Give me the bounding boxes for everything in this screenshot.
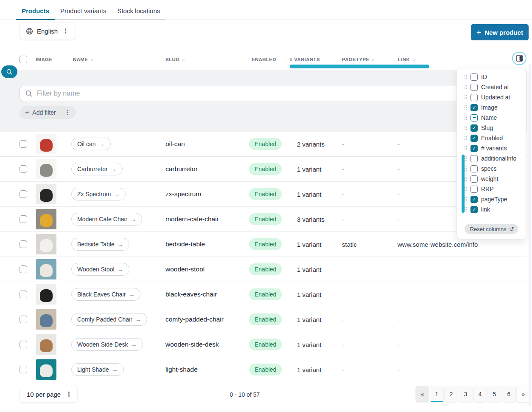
drag-handle-icon[interactable] (465, 146, 467, 150)
select-all-checkbox[interactable] (20, 56, 27, 63)
reset-columns-button[interactable]: Reset columns ↺ (465, 224, 518, 234)
page-button[interactable]: 2 (444, 386, 458, 403)
sort-icon[interactable]: ↓↑ (90, 57, 92, 62)
row-checkbox[interactable] (20, 240, 27, 248)
drag-handle-icon[interactable] (465, 105, 467, 110)
column-checkbox[interactable]: ✓ (470, 94, 478, 101)
column-checkbox[interactable]: ✓ (470, 196, 478, 203)
product-name-link[interactable]: Light Shade → (71, 363, 124, 376)
row-checkbox[interactable] (20, 165, 27, 173)
column-menu-item[interactable]: ✓ pageType (457, 194, 526, 204)
page-button[interactable]: 4 (473, 386, 487, 403)
column-header[interactable]: LINK ↓↑ (398, 57, 414, 62)
tab-stock-locations[interactable]: Stock locations (112, 2, 165, 19)
row-checkbox[interactable] (20, 341, 27, 348)
column-menu-item[interactable]: ✓ additionalInfo (457, 153, 526, 164)
drag-handle-icon[interactable] (465, 166, 467, 171)
row-checkbox[interactable] (20, 366, 27, 373)
column-header[interactable]: ENABLED ↓↑ (252, 57, 276, 62)
drag-handle-icon[interactable] (465, 177, 467, 181)
product-name-link[interactable]: Carburretor → (71, 163, 123, 175)
column-header[interactable]: # VARIANTS ↓↑ (290, 57, 320, 62)
row-checkbox[interactable] (20, 140, 27, 148)
tab-product-variants[interactable]: Product variants (55, 2, 112, 19)
sort-icon[interactable]: ↓↑ (412, 57, 414, 62)
horizontal-scrollbar[interactable] (290, 65, 429, 68)
check-icon: ✓ (472, 126, 476, 130)
column-checkbox[interactable]: ✓ (470, 186, 478, 193)
column-menu-item[interactable]: ✓ Image (457, 102, 526, 113)
row-checkbox[interactable] (20, 316, 27, 323)
column-checkbox[interactable]: ✓ (470, 114, 478, 121)
drag-handle-icon[interactable] (465, 136, 467, 140)
page-button[interactable]: 1 (430, 386, 444, 403)
product-name-link[interactable]: Black Eaves Chair → (71, 288, 140, 301)
product-name: Oil can (77, 141, 96, 147)
column-checkbox[interactable]: ✓ (470, 145, 478, 152)
column-checkbox[interactable]: ✓ (470, 135, 478, 142)
column-header[interactable]: IMAGE ↓↑ (36, 57, 52, 62)
column-menu-item[interactable]: ✓ Slug (457, 123, 526, 133)
drag-handle-icon[interactable] (465, 207, 467, 212)
row-checkbox[interactable] (20, 291, 27, 298)
column-checkbox[interactable]: ✓ (470, 73, 478, 81)
product-name-link[interactable]: Modern Cafe Chair → (71, 213, 142, 226)
product-name-link[interactable]: Bedside Table → (71, 238, 129, 251)
drag-handle-icon[interactable] (465, 187, 467, 191)
row-checkbox[interactable] (20, 265, 27, 273)
page-button[interactable]: 6 (502, 386, 516, 403)
column-menu-item[interactable]: ✓ Updated at (457, 92, 526, 102)
prev-page-button[interactable]: « (415, 386, 429, 403)
column-menu-item[interactable]: ✓ weight (457, 174, 526, 184)
sort-icon[interactable]: ↓↑ (182, 57, 184, 62)
drag-handle-icon[interactable] (465, 95, 467, 99)
tab-products[interactable]: Products (16, 2, 55, 19)
page-button[interactable]: 3 (459, 386, 473, 403)
add-filter-button[interactable]: + Add filter ⋮ (20, 106, 76, 119)
row-checkbox[interactable] (20, 190, 27, 198)
column-menu-item[interactable]: ✓ ID (457, 72, 526, 82)
column-checkbox[interactable]: ✓ (470, 104, 478, 111)
row-checkbox[interactable] (20, 215, 27, 223)
column-checkbox[interactable]: ✓ (470, 155, 478, 162)
column-menu-item[interactable]: ✓ Name (457, 113, 526, 123)
column-settings-button[interactable] (512, 52, 526, 65)
column-checkbox[interactable]: ✓ (470, 84, 478, 91)
product-image (36, 359, 56, 380)
product-name-link[interactable]: Wooden Side Desk → (71, 338, 143, 351)
language-selector[interactable]: English ⋮ (20, 22, 75, 40)
column-header[interactable]: NAME ↓↑ (73, 57, 92, 62)
search-toggle-button[interactable] (1, 65, 17, 78)
column-checkbox[interactable]: ✓ (470, 124, 478, 132)
product-name-link[interactable]: Wooden Stool → (71, 263, 129, 276)
drag-handle-icon[interactable] (465, 197, 467, 201)
column-header[interactable]: SLUG ↓↑ (165, 57, 184, 62)
menu-vertical-scrollbar[interactable] (462, 155, 465, 213)
new-product-button[interactable]: + New product (471, 24, 529, 40)
column-header[interactable]: PAGETYPE ↓↑ (342, 57, 374, 62)
column-checkbox[interactable]: ✓ (470, 165, 478, 172)
drag-handle-icon[interactable] (465, 156, 467, 161)
column-menu-item[interactable]: ✓ Created at (457, 82, 526, 92)
drag-handle-icon[interactable] (465, 85, 467, 89)
link-value: - (398, 366, 400, 373)
filter-menu-icon[interactable]: ⋮ (64, 109, 72, 116)
drag-handle-icon[interactable] (465, 126, 467, 130)
column-menu-item[interactable]: ✓ # variants (457, 143, 526, 153)
product-name-link[interactable]: Zx Spectrum → (71, 188, 126, 200)
column-menu-item[interactable]: ✓ RRP (457, 184, 526, 194)
product-name-link[interactable]: Comfy Padded Chair → (71, 313, 147, 326)
column-menu-item[interactable]: ✓ specs (457, 164, 526, 174)
sort-icon[interactable]: ↓↑ (372, 57, 374, 62)
product-name-link[interactable]: Oil can → (71, 138, 111, 150)
language-menu-icon[interactable]: ⋮ (62, 27, 70, 35)
drag-handle-icon[interactable] (465, 75, 467, 79)
page-scrollbar-track[interactable] (529, 64, 531, 406)
filter-by-name-input[interactable] (20, 86, 513, 101)
column-checkbox[interactable]: ✓ (470, 206, 478, 213)
column-menu-item[interactable]: ✓ Enabled (457, 133, 526, 143)
page-button[interactable]: 5 (487, 386, 501, 403)
drag-handle-icon[interactable] (465, 116, 467, 120)
column-checkbox[interactable]: ✓ (470, 175, 478, 183)
column-menu-item[interactable]: ✓ link (457, 204, 526, 214)
